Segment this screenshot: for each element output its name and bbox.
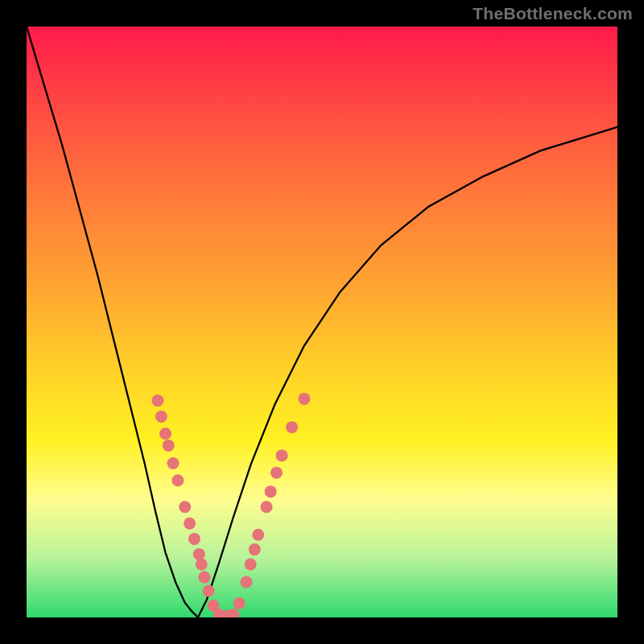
data-point: [163, 440, 175, 452]
data-point: [265, 485, 277, 497]
curve-left-branch: [27, 27, 198, 617]
data-point: [298, 393, 310, 405]
watermark-text: TheBottleneck.com: [473, 5, 633, 22]
data-point: [249, 543, 261, 555]
data-point: [203, 584, 215, 597]
data-point: [171, 474, 184, 486]
bottleneck-curve: [27, 27, 617, 617]
data-point: [193, 548, 205, 560]
data-point: [241, 576, 253, 588]
data-point: [184, 518, 196, 530]
data-point: [233, 597, 246, 609]
plot-area: [27, 27, 617, 617]
data-point: [270, 467, 283, 479]
curve-right-branch: [198, 127, 617, 617]
data-point: [155, 411, 167, 423]
data-point: [286, 421, 298, 433]
data-point: [245, 558, 257, 570]
chart-frame: TheBottleneck.com: [0, 0, 644, 644]
data-point: [227, 609, 239, 617]
data-point: [276, 449, 288, 461]
data-point: [179, 501, 191, 513]
data-point: [196, 558, 208, 570]
data-point: [167, 457, 180, 469]
data-point: [198, 572, 210, 584]
data-point: [188, 533, 200, 545]
data-point: [252, 529, 264, 541]
data-point: [159, 427, 171, 440]
data-point: [261, 501, 273, 513]
data-point: [151, 394, 163, 407]
